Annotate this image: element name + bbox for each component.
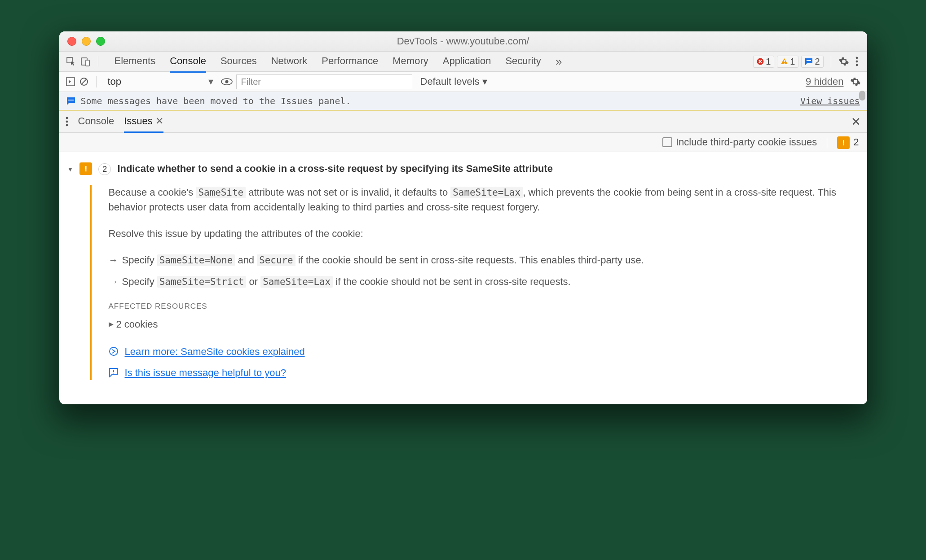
status-chips: 1 1 2 — [753, 56, 823, 68]
svg-point-17 — [66, 124, 68, 127]
log-levels-selector[interactable]: Default levels ▾ — [420, 76, 487, 88]
issue-title: Indicate whether to send a cookie in a c… — [117, 163, 553, 175]
filter-input[interactable]: Filter — [236, 74, 412, 89]
warning-badge-icon — [79, 162, 92, 175]
window-title: DevTools - www.youtube.com/ — [59, 35, 867, 47]
tab-performance[interactable]: Performance — [322, 51, 378, 73]
svg-rect-4 — [784, 63, 785, 64]
close-drawer-icon[interactable]: ✕ — [851, 115, 861, 129]
execution-context-icon[interactable] — [66, 77, 75, 87]
svg-point-24 — [113, 373, 114, 374]
issue-body: Because a cookie's SameSite attribute wa… — [90, 185, 859, 380]
svg-point-6 — [855, 57, 858, 59]
learn-more-row: Learn more: SameSite cookies explained — [109, 344, 859, 359]
console-controls: top ▾ Filter Default levels ▾ 9 hidden — [59, 72, 867, 92]
issue-description-2: Resolve this issue by updating the attri… — [109, 226, 859, 241]
svg-rect-20 — [85, 166, 87, 170]
issues-banner: Some messages have been moved to the Iss… — [59, 92, 867, 111]
svg-point-7 — [855, 61, 858, 63]
kebab-menu-icon[interactable] — [853, 57, 861, 66]
banner-text: Some messages have been moved to the Iss… — [81, 96, 351, 106]
tab-network[interactable]: Network — [271, 51, 308, 73]
tab-memory[interactable]: Memory — [392, 51, 428, 73]
svg-rect-19 — [843, 144, 844, 145]
console-settings-icon[interactable] — [850, 76, 861, 87]
tab-elements[interactable]: Elements — [115, 51, 156, 73]
learn-more-link[interactable]: Learn more: SameSite cookies explained — [125, 344, 305, 359]
view-issues-link[interactable]: View issues — [800, 96, 860, 106]
svg-rect-1 — [86, 60, 89, 66]
issues-total: 2 — [837, 136, 859, 149]
tab-application[interactable]: Application — [443, 51, 491, 73]
svg-point-8 — [855, 64, 858, 66]
context-selector[interactable]: top ▾ — [104, 74, 217, 89]
live-expression-icon[interactable] — [221, 78, 233, 86]
banner-info-icon — [66, 97, 75, 105]
inspect-icon[interactable] — [66, 56, 76, 67]
svg-point-16 — [66, 121, 68, 123]
svg-rect-18 — [843, 140, 844, 144]
panel-tabs: Elements Console Sources Network Perform… — [115, 51, 750, 73]
issues-subbar: Include third-party cookie issues 2 — [59, 133, 867, 152]
svg-rect-14 — [68, 100, 74, 101]
info-icon — [805, 58, 813, 65]
collapse-icon: ▼ — [67, 166, 74, 173]
svg-point-15 — [66, 117, 68, 119]
error-icon — [757, 58, 764, 65]
warning-icon — [780, 58, 788, 65]
feedback-link[interactable]: Is this issue message helpful to you? — [125, 365, 287, 380]
affected-resources-item[interactable]: ▶ 2 cookies — [109, 317, 859, 332]
titlebar: DevTools - www.youtube.com/ — [59, 31, 867, 52]
issue-panel-body: ▼ 2 Indicate whether to send a cookie in… — [59, 152, 867, 404]
third-party-checkbox[interactable]: Include third-party cookie issues — [662, 136, 817, 148]
affected-resources-header: AFFECTED RESOURCES — [109, 301, 859, 312]
clear-console-icon[interactable] — [79, 77, 89, 87]
hidden-messages-link[interactable]: 9 hidden — [806, 76, 843, 88]
dropdown-icon: ▾ — [208, 76, 213, 88]
checkbox-icon — [662, 137, 672, 147]
svg-line-11 — [81, 79, 87, 84]
svg-rect-5 — [807, 60, 811, 61]
external-link-icon — [109, 346, 119, 356]
expand-icon: ▶ — [109, 319, 114, 329]
warnings-chip[interactable]: 1 — [777, 56, 798, 68]
scrollbar-thumb[interactable] — [859, 91, 865, 101]
svg-rect-3 — [784, 60, 785, 62]
info-chip[interactable]: 2 — [801, 56, 823, 68]
arrow-icon: → — [109, 274, 119, 289]
errors-chip[interactable]: 1 — [753, 56, 774, 68]
issue-description-1: Because a cookie's SameSite attribute wa… — [109, 185, 859, 214]
main-toolbar: Elements Console Sources Network Perform… — [59, 52, 867, 72]
settings-icon[interactable] — [838, 56, 849, 67]
feedback-row: Is this issue message helpful to you? — [109, 365, 859, 380]
tab-console[interactable]: Console — [170, 51, 206, 73]
tab-sources[interactable]: Sources — [220, 51, 257, 73]
svg-point-13 — [225, 80, 228, 83]
drawer-tab-issues[interactable]: Issues✕ — [124, 111, 163, 133]
issue-count-badge: 2 — [98, 163, 111, 175]
devtools-window: DevTools - www.youtube.com/ Elements Con… — [59, 31, 867, 404]
drawer-tab-console[interactable]: Console — [78, 111, 115, 133]
svg-point-22 — [110, 347, 118, 355]
more-tabs-icon[interactable]: » — [556, 55, 562, 69]
drawer-kebab-icon[interactable] — [66, 117, 68, 127]
drawer-tabs: Console Issues✕ ✕ — [59, 111, 867, 133]
warning-badge-icon — [837, 136, 850, 149]
device-toolbar-icon[interactable] — [80, 56, 91, 67]
close-tab-icon[interactable]: ✕ — [155, 115, 163, 127]
feedback-icon — [109, 368, 119, 377]
arrow-icon: → — [109, 253, 119, 267]
tab-security[interactable]: Security — [505, 51, 541, 73]
svg-rect-21 — [85, 171, 87, 172]
issue-resolutions: → Specify SameSite=None and Secure if th… — [109, 253, 859, 289]
issue-header[interactable]: ▼ 2 Indicate whether to send a cookie in… — [67, 162, 859, 175]
